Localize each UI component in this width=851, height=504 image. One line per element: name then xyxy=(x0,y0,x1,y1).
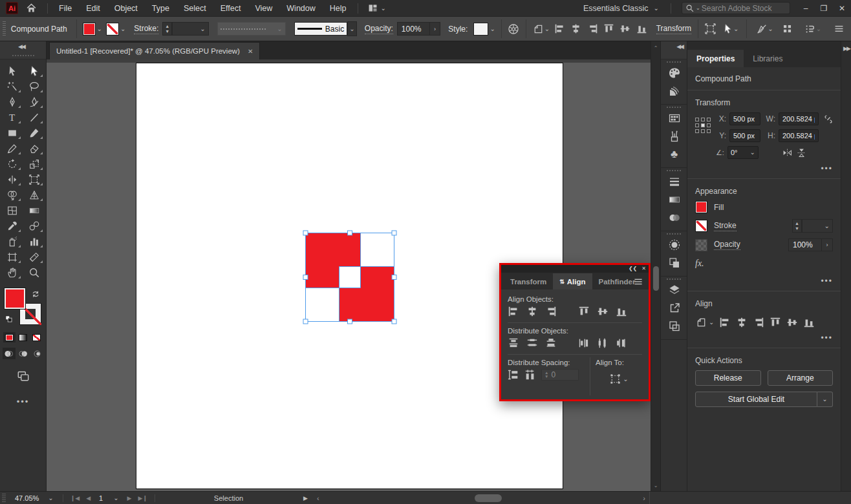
width-tool[interactable] xyxy=(1,172,23,187)
align-right-button[interactable] xyxy=(753,317,764,328)
tab-libraries[interactable]: Libraries xyxy=(744,50,792,67)
color-paint-button[interactable] xyxy=(3,332,16,342)
scroll-up-arrow[interactable]: ⌃ xyxy=(651,45,660,51)
appearance-panel-icon[interactable] xyxy=(661,236,687,254)
align-left-button[interactable] xyxy=(508,306,519,317)
default-fill-stroke-icon[interactable] xyxy=(5,314,13,323)
swap-fill-stroke-icon[interactable] xyxy=(31,289,41,299)
align-v-center-button[interactable] xyxy=(617,21,633,37)
symbols-panel-icon[interactable]: ♣ xyxy=(661,145,687,163)
stroke-weight-label[interactable]: Stroke: xyxy=(134,24,158,34)
menu-object[interactable]: Object xyxy=(107,0,145,17)
draw-normal-mode-button[interactable] xyxy=(3,348,16,359)
menu-effect[interactable]: Effect xyxy=(213,0,248,17)
stroke-weight-stepper[interactable]: ▲▼ xyxy=(162,22,172,36)
distribute-left-button[interactable] xyxy=(578,337,590,349)
align-bottom-button[interactable] xyxy=(803,317,815,328)
status-display[interactable]: Selection xyxy=(159,494,298,502)
close-button[interactable]: ✕ xyxy=(833,0,851,17)
asset-export-panel-icon[interactable] xyxy=(661,299,687,317)
opacity-expand-button[interactable]: › xyxy=(822,238,833,251)
drag-grip[interactable] xyxy=(3,21,6,37)
hand-tool[interactable] xyxy=(1,265,23,280)
align-top-button[interactable] xyxy=(770,317,781,328)
draw-behind-mode-button[interactable] xyxy=(17,348,30,359)
last-artboard-button[interactable]: ▶❙ xyxy=(135,495,151,501)
shape-builder-tool[interactable] xyxy=(1,187,23,203)
stroke-panel-icon[interactable] xyxy=(661,173,687,191)
scale-tool[interactable] xyxy=(23,156,45,172)
next-artboard-button[interactable]: ▶ xyxy=(124,495,135,501)
perspective-grid-tool[interactable] xyxy=(23,187,45,203)
search-input[interactable] xyxy=(702,4,773,13)
align-v-center-button[interactable] xyxy=(597,306,609,317)
tab-transform[interactable]: Transform xyxy=(504,273,553,289)
fill-swatch[interactable] xyxy=(695,201,707,213)
none-paint-button[interactable] xyxy=(30,332,43,342)
align-right-button[interactable] xyxy=(545,306,557,317)
distribute-top-button[interactable] xyxy=(508,337,519,349)
opacity-label[interactable]: Opacity: xyxy=(365,24,393,34)
align-h-center-button[interactable] xyxy=(568,21,584,37)
brush-definition-dropdown[interactable]: Basic xyxy=(294,22,347,36)
vertical-scroll-thumb[interactable] xyxy=(653,266,659,291)
free-transform-button[interactable] xyxy=(702,21,718,37)
draw-inside-mode-button[interactable] xyxy=(31,348,44,359)
align-h-center-button[interactable] xyxy=(526,306,538,317)
horizontal-scroll-thumb[interactable] xyxy=(475,494,502,502)
arrange-dropdown[interactable]: ⌄ xyxy=(801,21,825,37)
brush-dropdown-arrow[interactable]: ⌄ xyxy=(347,21,357,36)
opacity-expand-button[interactable]: › xyxy=(430,22,441,36)
paintbrush-tool[interactable] xyxy=(23,125,45,141)
menu-view[interactable]: View xyxy=(248,0,279,17)
drag-grip[interactable] xyxy=(667,170,681,171)
shaper-tool[interactable] xyxy=(1,141,23,156)
vertical-scrollbar[interactable]: ⌃ ⌄ xyxy=(651,41,660,491)
align-h-center-button[interactable] xyxy=(736,317,748,328)
menu-type[interactable]: Type xyxy=(145,0,177,17)
curvature-tool[interactable] xyxy=(23,94,45,110)
expand-panels-icon[interactable]: ◀◀ xyxy=(676,43,683,50)
close-panel-icon[interactable]: ✕ xyxy=(641,266,646,271)
illustrator-logo[interactable]: Ai xyxy=(6,2,18,14)
collapse-panel-icon[interactable]: ◀◀ xyxy=(18,43,25,50)
magic-wand-tool[interactable] xyxy=(1,79,23,94)
align-left-button[interactable] xyxy=(552,21,568,37)
isolate-object-dropdown[interactable]: ⌄ xyxy=(751,21,779,37)
align-right-button[interactable] xyxy=(585,21,601,37)
status-options-arrow[interactable]: ▶ xyxy=(298,495,313,501)
eyedropper-tool[interactable] xyxy=(1,218,23,234)
artboard-tool[interactable] xyxy=(1,249,23,265)
drag-grip[interactable] xyxy=(667,233,681,235)
collapse-panel-icon[interactable]: ❮❮ xyxy=(629,266,637,271)
home-icon[interactable] xyxy=(26,3,37,14)
align-to-dropdown[interactable]: ⌄ xyxy=(695,316,714,328)
canvas[interactable]: ❮❮ ✕ Transform ⇅ Align Pathfinder Align … xyxy=(47,59,651,491)
align-to-dropdown[interactable]: ⌄ xyxy=(609,373,628,385)
column-graph-tool[interactable] xyxy=(23,234,45,249)
more-options-button[interactable]: ••• xyxy=(695,275,833,291)
panel-menu-icon[interactable] xyxy=(633,277,643,287)
stroke-weight-dropdown[interactable]: ⌄ xyxy=(172,22,209,36)
type-tool[interactable]: T xyxy=(1,110,23,125)
flip-vertical-button[interactable] xyxy=(796,147,807,158)
menu-edit[interactable]: Edit xyxy=(79,0,107,17)
drag-grip[interactable] xyxy=(667,107,681,108)
align-to-selection-dropdown[interactable]: ⌄ xyxy=(530,21,552,37)
recolor-artwork-button[interactable] xyxy=(506,21,522,37)
line-segment-tool[interactable] xyxy=(23,110,45,125)
align-v-center-button[interactable] xyxy=(786,317,798,328)
global-edit-options-dropdown[interactable]: ⌄ xyxy=(817,392,833,407)
mesh-tool[interactable] xyxy=(1,203,23,218)
width-field[interactable] xyxy=(779,112,819,125)
align-panel-titlebar[interactable]: ❮❮ ✕ xyxy=(501,265,649,273)
fill-indicator[interactable] xyxy=(5,288,25,309)
start-global-edit-button[interactable]: Start Global Edit xyxy=(695,392,817,407)
dock-controls-icon[interactable] xyxy=(779,21,795,37)
x-field[interactable] xyxy=(729,112,760,125)
stroke-weight-dropdown[interactable]: ⌄ xyxy=(802,219,833,233)
drag-grip[interactable] xyxy=(667,278,681,280)
scroll-left-arrow[interactable]: ‹ xyxy=(313,494,323,502)
fx-effects-button[interactable]: fx. xyxy=(695,257,833,275)
transform-link[interactable]: Transform xyxy=(656,24,691,34)
